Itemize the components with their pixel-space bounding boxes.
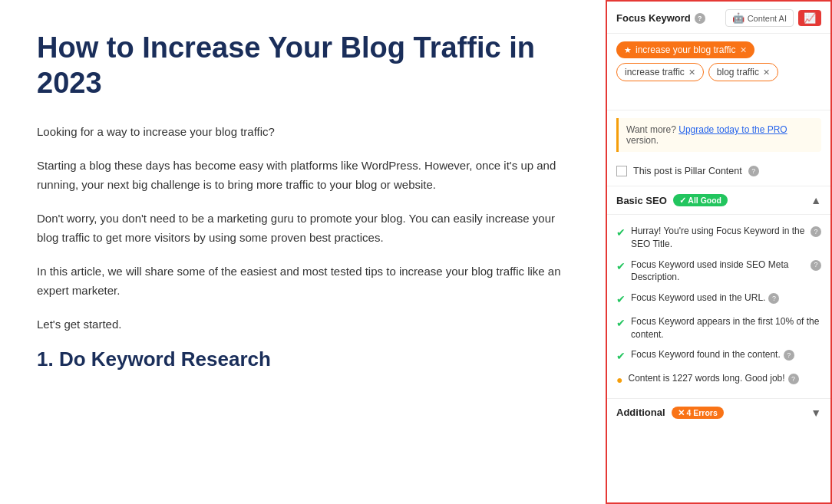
trend-icon: 📈 <box>804 12 816 24</box>
check-text-4: Focus Keyword appears in the first 10% o… <box>631 315 821 341</box>
check-icon-3: ✔ <box>616 292 626 308</box>
all-good-badge: ✓ All Good <box>673 194 728 206</box>
keyword-tag-secondary-1: increase traffic ✕ <box>616 63 704 81</box>
paragraph-1: Looking for a way to increase your blog … <box>37 122 569 142</box>
seo-check-1: ✔ Hurray! You're using Focus Keyword in … <box>616 221 821 255</box>
pillar-help-icon[interactable]: ? <box>748 166 759 176</box>
pillar-label: This post is Pillar Content <box>633 166 742 176</box>
focus-keyword-header: Focus Keyword ? 🤖 Content AI 📈 <box>607 2 830 34</box>
keyword-tag-primary: ★ increase your blog traffic ✕ <box>616 41 754 58</box>
keyword-primary-remove[interactable]: ✕ <box>740 45 747 55</box>
check-help-2[interactable]: ? <box>811 260 821 271</box>
upgrade-text: Want more? <box>626 124 676 135</box>
keyword-primary-text: increase your blog traffic <box>636 44 736 55</box>
additional-chevron-icon: ▼ <box>811 407 821 419</box>
check-help-1[interactable]: ? <box>811 226 821 237</box>
keyword-secondary-1-text: increase traffic <box>625 67 685 77</box>
seo-check-6: ● Content is 1227 words long. Good job! … <box>616 368 821 392</box>
check-icon-2: ✔ <box>616 259 626 275</box>
content-ai-button[interactable]: 🤖 Content AI <box>725 9 794 27</box>
paragraph-4: In this article, we will share some of t… <box>37 262 569 301</box>
paragraph-3: Don't worry, you don't need to be a mark… <box>37 209 569 248</box>
keyword-secondary-2-remove[interactable]: ✕ <box>763 68 770 77</box>
focus-keyword-title: Focus Keyword ? <box>616 12 705 24</box>
keywords-area: ★ increase your blog traffic ✕ increase … <box>607 34 830 110</box>
basic-seo-title: Basic SEO ✓ All Good <box>616 194 728 206</box>
check-icon-1: ✔ <box>616 226 626 241</box>
keyword-secondary-2-text: blog traffic <box>717 67 759 77</box>
focus-keyword-label: Focus Keyword <box>616 12 691 24</box>
focus-keyword-help-icon[interactable]: ? <box>695 13 705 24</box>
seo-check-4: ✔ Focus Keyword appears in the first 10%… <box>616 311 821 345</box>
upgrade-link[interactable]: Upgrade today to the PRO <box>678 124 787 135</box>
check-help-5[interactable]: ? <box>784 350 794 361</box>
content-ai-label: Content AI <box>748 14 787 23</box>
paragraph-2: Starting a blog these days has become ea… <box>37 156 569 195</box>
check-text-5: Focus Keyword found in the content. ? <box>631 348 821 361</box>
star-icon: ★ <box>624 45 632 55</box>
additional-label: Additional <box>616 407 665 418</box>
check-text-2: Focus Keyword used inside SEO Meta Descr… <box>631 259 821 285</box>
article-title: How to Increase Your Blog Traffic in 202… <box>37 31 569 100</box>
content-ai-icon: 🤖 <box>732 12 745 24</box>
upgrade-banner: Want more? Upgrade today to the PRO vers… <box>616 118 821 152</box>
seo-panel: Focus Keyword ? 🤖 Content AI 📈 ★ increas… <box>606 0 832 504</box>
keyword-secondary-1-remove[interactable]: ✕ <box>688 68 695 77</box>
seo-check-5: ✔ Focus Keyword found in the content. ? <box>616 344 821 368</box>
check-text-6: Content is 1227 words long. Good job! ? <box>628 372 821 385</box>
basic-seo-header[interactable]: Basic SEO ✓ All Good ▲ <box>607 186 830 215</box>
check-text-1: Hurray! You're using Focus Keyword in th… <box>631 225 821 251</box>
seo-check-3: ✔ Focus Keyword used in the URL. ? <box>616 288 821 311</box>
upgrade-suffix: version. <box>626 135 659 146</box>
section-heading: 1. Do Keyword Research <box>37 348 569 371</box>
pillar-content: This post is Pillar Content ? <box>607 160 830 186</box>
keyword-tag-secondary-2: blog traffic ✕ <box>708 63 778 81</box>
trend-button[interactable]: 📈 <box>798 10 821 26</box>
check-icon-6: ● <box>616 373 622 388</box>
check-text-3: Focus Keyword used in the URL. ? <box>631 292 821 305</box>
pillar-checkbox[interactable] <box>616 166 627 176</box>
paragraph-5: Let's get started. <box>37 315 569 334</box>
check-icon-4: ✔ <box>616 316 626 331</box>
collapse-icon: ▲ <box>811 194 821 206</box>
check-help-3[interactable]: ? <box>768 293 779 304</box>
content-panel: How to Increase Your Blog Traffic in 202… <box>0 0 606 504</box>
additional-title-wrap: Additional ✕ 4 Errors <box>616 407 724 419</box>
keyword-tags: ★ increase your blog traffic ✕ increase … <box>616 41 821 81</box>
errors-badge: ✕ 4 Errors <box>672 407 724 419</box>
basic-seo-label: Basic SEO <box>616 195 667 206</box>
additional-header[interactable]: Additional ✕ 4 Errors ▼ <box>607 399 830 427</box>
header-actions: 🤖 Content AI 📈 <box>725 9 821 27</box>
seo-checks: ✔ Hurray! You're using Focus Keyword in … <box>607 215 830 399</box>
check-help-6[interactable]: ? <box>788 374 799 384</box>
seo-check-2: ✔ Focus Keyword used inside SEO Meta Des… <box>616 255 821 288</box>
check-icon-5: ✔ <box>616 349 626 364</box>
